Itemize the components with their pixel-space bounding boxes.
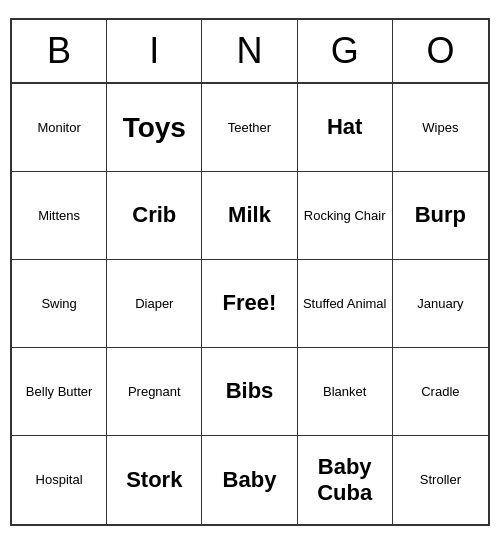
cell-text: Toys <box>123 111 186 145</box>
header-letter: I <box>107 20 202 82</box>
bingo-cell: Teether <box>202 84 297 172</box>
cell-text: Hat <box>327 114 362 140</box>
bingo-cell: Hat <box>298 84 393 172</box>
cell-text: Free! <box>223 290 277 316</box>
cell-text: Stuffed Animal <box>303 296 387 312</box>
cell-text: Mittens <box>38 208 80 224</box>
bingo-cell: Pregnant <box>107 348 202 436</box>
cell-text: Stroller <box>420 472 461 488</box>
bingo-cell: Milk <box>202 172 297 260</box>
header-letter: N <box>202 20 297 82</box>
bingo-card: BINGO MonitorToysTeetherHatWipesMittensC… <box>10 18 490 526</box>
bingo-grid: MonitorToysTeetherHatWipesMittensCribMil… <box>12 84 488 524</box>
bingo-cell: Hospital <box>12 436 107 524</box>
cell-text: Bibs <box>226 378 274 404</box>
cell-text: Rocking Chair <box>304 208 386 224</box>
bingo-cell: Stuffed Animal <box>298 260 393 348</box>
bingo-cell: Blanket <box>298 348 393 436</box>
bingo-cell: Wipes <box>393 84 488 172</box>
bingo-cell: Baby <box>202 436 297 524</box>
bingo-cell: January <box>393 260 488 348</box>
cell-text: Hospital <box>36 472 83 488</box>
bingo-cell: Stroller <box>393 436 488 524</box>
cell-text: Stork <box>126 467 182 493</box>
bingo-cell: Rocking Chair <box>298 172 393 260</box>
cell-text: Blanket <box>323 384 366 400</box>
cell-text: Teether <box>228 120 271 136</box>
cell-text: Belly Butter <box>26 384 92 400</box>
header-letter: G <box>298 20 393 82</box>
header-letter: B <box>12 20 107 82</box>
bingo-cell: Swing <box>12 260 107 348</box>
cell-text: January <box>417 296 463 312</box>
bingo-cell: Belly Butter <box>12 348 107 436</box>
cell-text: Baby <box>223 467 277 493</box>
cell-text: Crib <box>132 202 176 228</box>
bingo-cell: Free! <box>202 260 297 348</box>
bingo-cell: Mittens <box>12 172 107 260</box>
bingo-cell: Bibs <box>202 348 297 436</box>
cell-text: Milk <box>228 202 271 228</box>
bingo-header: BINGO <box>12 20 488 84</box>
bingo-cell: Cradle <box>393 348 488 436</box>
bingo-cell: Toys <box>107 84 202 172</box>
cell-text: Pregnant <box>128 384 181 400</box>
cell-text: Burp <box>415 202 466 228</box>
cell-text: Monitor <box>37 120 80 136</box>
bingo-cell: Crib <box>107 172 202 260</box>
cell-text: Diaper <box>135 296 173 312</box>
cell-text: Cradle <box>421 384 459 400</box>
header-letter: O <box>393 20 488 82</box>
cell-text: Baby Cuba <box>302 454 388 507</box>
bingo-cell: Diaper <box>107 260 202 348</box>
bingo-cell: Burp <box>393 172 488 260</box>
cell-text: Wipes <box>422 120 458 136</box>
bingo-cell: Baby Cuba <box>298 436 393 524</box>
bingo-cell: Stork <box>107 436 202 524</box>
cell-text: Swing <box>41 296 76 312</box>
bingo-cell: Monitor <box>12 84 107 172</box>
